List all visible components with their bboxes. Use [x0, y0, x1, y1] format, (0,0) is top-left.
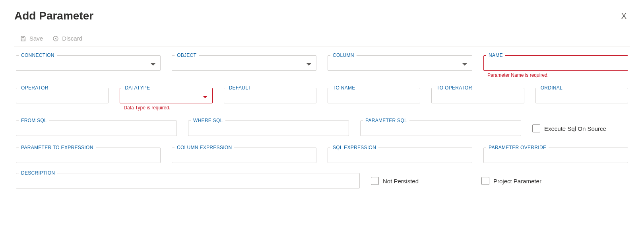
- ordinal-label: ORDINAL: [538, 85, 565, 91]
- connection-value: [21, 58, 148, 70]
- execute-sql-label: Execute Sql On Source: [544, 125, 606, 132]
- to-name-field[interactable]: TO NAME: [328, 85, 420, 103]
- discard-label: Discard: [62, 35, 82, 42]
- column-expression-input[interactable]: [177, 150, 311, 163]
- where-sql-field[interactable]: WHERE SQL: [188, 118, 349, 136]
- datatype-error: Data Type is required.: [124, 105, 216, 111]
- to-name-input[interactable]: [333, 91, 415, 103]
- where-sql-input[interactable]: [193, 123, 344, 136]
- datatype-value: [125, 91, 200, 103]
- project-parameter-label: Project Parameter: [493, 178, 541, 185]
- column-field[interactable]: COLUMN: [328, 52, 472, 71]
- discard-button[interactable]: Discard: [52, 35, 82, 42]
- name-error: Parameter Name is required.: [487, 72, 632, 78]
- from-sql-label: FROM SQL: [19, 118, 49, 123]
- toolbar: Save Discard: [14, 33, 630, 47]
- column-expression-label: COLUMN EXPRESSION: [175, 145, 234, 150]
- discard-icon: [52, 35, 59, 42]
- from-sql-field[interactable]: FROM SQL: [16, 118, 177, 136]
- parameter-to-expression-input[interactable]: [21, 150, 155, 163]
- sql-expression-label: SQL EXPRESSION: [330, 145, 378, 150]
- parameter-override-input[interactable]: [489, 150, 623, 163]
- object-label: OBJECT: [175, 52, 199, 58]
- chevron-down-icon: [306, 63, 311, 66]
- description-label: DESCRIPTION: [19, 170, 57, 176]
- where-sql-label: WHERE SQL: [191, 118, 225, 123]
- ordinal-field[interactable]: ORDINAL: [535, 85, 628, 103]
- chevron-down-icon: [462, 63, 467, 66]
- operator-field[interactable]: OPERATOR: [16, 85, 109, 103]
- name-field[interactable]: NAME: [483, 52, 628, 71]
- description-input[interactable]: [21, 176, 355, 188]
- column-label: COLUMN: [330, 52, 357, 58]
- operator-input[interactable]: [21, 91, 103, 103]
- default-label: DEFAULT: [227, 85, 253, 91]
- to-operator-input[interactable]: [436, 91, 519, 103]
- name-input[interactable]: [489, 58, 623, 70]
- ordinal-input[interactable]: [541, 91, 623, 103]
- parameter-override-label: PARAMETER OVERRIDE: [486, 145, 549, 150]
- parameter-override-field[interactable]: PARAMETER OVERRIDE: [483, 145, 628, 163]
- datatype-label: DATATYPE: [122, 85, 152, 91]
- save-button[interactable]: Save: [20, 35, 43, 42]
- execute-sql-checkbox[interactable]: [532, 124, 540, 132]
- connection-label: CONNECTION: [19, 52, 57, 58]
- default-input[interactable]: [229, 91, 311, 103]
- parameter-sql-field[interactable]: PARAMETER SQL: [360, 118, 521, 136]
- column-expression-field[interactable]: COLUMN EXPRESSION: [172, 145, 316, 163]
- page-title: Add Parameter: [14, 10, 93, 22]
- chevron-down-icon: [203, 96, 208, 98]
- to-operator-field[interactable]: TO OPERATOR: [431, 85, 524, 103]
- column-value: [333, 58, 460, 70]
- parameter-sql-label: PARAMETER SQL: [363, 118, 409, 123]
- save-label: Save: [29, 35, 43, 42]
- connection-field[interactable]: CONNECTION: [16, 52, 161, 71]
- parameter-to-expression-field[interactable]: PARAMETER TO EXPRESSION: [16, 145, 161, 163]
- operator-label: OPERATOR: [19, 85, 51, 91]
- chevron-down-icon: [151, 63, 155, 66]
- parameter-sql-input[interactable]: [365, 123, 516, 136]
- project-parameter-checkbox[interactable]: [481, 177, 489, 185]
- not-persisted-label: Not Persisted: [383, 178, 419, 185]
- datatype-field[interactable]: DATATYPE: [120, 85, 212, 103]
- sql-expression-field[interactable]: SQL EXPRESSION: [328, 145, 472, 163]
- object-field[interactable]: OBJECT: [172, 52, 316, 71]
- close-button[interactable]: X: [618, 10, 630, 22]
- parameter-to-expression-label: PARAMETER TO EXPRESSION: [19, 145, 96, 150]
- default-field[interactable]: DEFAULT: [224, 85, 316, 103]
- save-icon: [20, 35, 26, 42]
- description-field[interactable]: DESCRIPTION: [16, 170, 360, 188]
- object-value: [177, 58, 304, 70]
- not-persisted-checkbox[interactable]: [371, 177, 379, 185]
- to-operator-label: TO OPERATOR: [434, 85, 474, 91]
- to-name-label: TO NAME: [330, 85, 358, 91]
- name-label: NAME: [486, 52, 505, 58]
- sql-expression-input[interactable]: [333, 150, 467, 163]
- from-sql-input[interactable]: [21, 123, 172, 136]
